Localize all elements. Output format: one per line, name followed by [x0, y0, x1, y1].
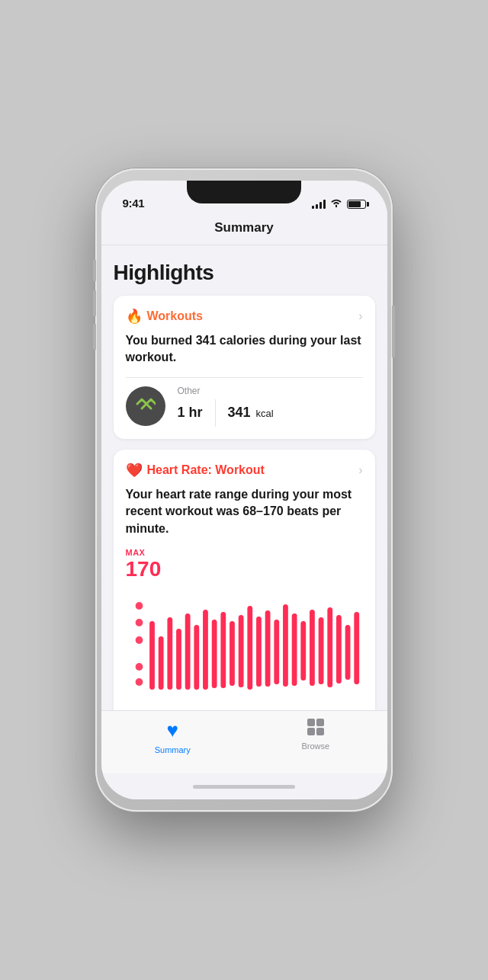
- svg-rect-22: [300, 621, 306, 681]
- phone-frame: 9:41 Summary: [95, 168, 393, 812]
- nav-title-text: Summary: [214, 220, 273, 235]
- svg-rect-28: [354, 612, 359, 684]
- svg-rect-13: [220, 612, 226, 688]
- svg-rect-25: [327, 607, 332, 687]
- heart-icon: ❤️: [126, 462, 143, 479]
- silent-button[interactable]: [93, 260, 96, 281]
- workout-stats-row: Other 1 hr 341 kcal: [126, 386, 363, 427]
- hr-min-label: MIN: [126, 709, 363, 710]
- heart-rate-card[interactable]: ❤️ Heart Rate: Workout › Your heart rate…: [114, 450, 375, 710]
- heart-rate-card-header: ❤️ Heart Rate: Workout ›: [126, 462, 363, 479]
- volume-up-button[interactable]: [93, 290, 96, 316]
- workouts-card-header: 🔥 Workouts ›: [126, 308, 363, 325]
- signal-icon: [312, 200, 326, 209]
- summary-tab-label: Summary: [155, 745, 191, 754]
- workouts-card-title: Workouts: [147, 309, 203, 323]
- workouts-header-left: 🔥 Workouts: [126, 308, 203, 325]
- svg-point-3: [135, 663, 143, 671]
- tab-summary[interactable]: ♥ Summary: [101, 719, 245, 754]
- svg-point-1: [135, 619, 143, 626]
- heart-rate-chart-container: MAX 170: [126, 548, 363, 710]
- svg-rect-16: [247, 606, 252, 690]
- svg-rect-6: [158, 636, 163, 690]
- svg-rect-15: [238, 615, 243, 687]
- heart-rate-header-left: ❤️ Heart Rate: Workout: [126, 462, 265, 479]
- svg-rect-5: [149, 621, 155, 690]
- svg-rect-24: [318, 617, 323, 684]
- workouts-divider: [126, 377, 363, 378]
- nav-title-bar: Summary: [101, 214, 387, 245]
- double-arrow-icon: [136, 396, 156, 417]
- svg-rect-21: [291, 613, 297, 686]
- workout-type-label: Other: [178, 386, 274, 396]
- hr-max-label: MAX: [126, 548, 363, 557]
- svg-rect-8: [176, 629, 181, 690]
- workouts-chevron-icon: ›: [358, 309, 362, 323]
- phone-screen: 9:41 Summary: [101, 181, 387, 799]
- hr-chart-area: [126, 583, 363, 705]
- svg-rect-10: [194, 625, 199, 690]
- duration-value: 1 hr: [178, 405, 203, 421]
- svg-rect-12: [211, 620, 217, 688]
- hr-max-value: 170: [126, 559, 363, 580]
- battery-icon: [347, 200, 366, 209]
- stats-divider: [215, 399, 216, 427]
- notch: [187, 181, 301, 203]
- svg-rect-14: [230, 621, 235, 686]
- browse-grid-icon: [307, 719, 324, 735]
- flame-icon: 🔥: [126, 308, 143, 325]
- workouts-card[interactable]: 🔥 Workouts › You burned 341 calories dur…: [114, 296, 375, 439]
- tab-bar: ♥ Summary Browse: [101, 710, 387, 773]
- home-indicator: [101, 773, 387, 799]
- svg-rect-27: [345, 625, 350, 680]
- duration-stat: 1 hr: [178, 405, 203, 421]
- svg-rect-7: [167, 617, 172, 690]
- summary-heart-icon: ♥: [167, 719, 178, 742]
- svg-rect-18: [265, 610, 270, 687]
- tab-browse[interactable]: Browse: [244, 719, 387, 751]
- svg-rect-26: [336, 615, 342, 684]
- svg-rect-17: [256, 617, 262, 687]
- home-bar: [193, 785, 295, 789]
- svg-rect-23: [310, 610, 315, 686]
- calories-value: 341 kcal: [228, 405, 274, 421]
- browse-tab-label: Browse: [301, 741, 329, 751]
- main-content: Highlights 🔥 Workouts › You burned 341 c…: [101, 245, 387, 710]
- workout-type-icon: [126, 386, 165, 426]
- heart-rate-card-title: Heart Rate: Workout: [147, 463, 265, 477]
- svg-point-4: [135, 678, 143, 686]
- svg-rect-20: [283, 604, 288, 687]
- workouts-description: You burned 341 calories during your last…: [126, 332, 363, 367]
- status-time: 9:41: [123, 197, 145, 210]
- heart-rate-chevron-icon: ›: [358, 463, 362, 477]
- svg-point-0: [135, 602, 143, 610]
- highlights-section-title: Highlights: [114, 261, 375, 285]
- svg-rect-9: [185, 613, 190, 690]
- heart-rate-description: Your heart rate range during your most r…: [126, 486, 363, 537]
- power-button[interactable]: [392, 306, 395, 357]
- hr-chart-svg: [126, 583, 363, 705]
- volume-down-button[interactable]: [93, 324, 96, 350]
- workout-stats-values: 1 hr 341 kcal: [178, 399, 274, 427]
- svg-rect-19: [274, 620, 279, 684]
- calories-stat: 341 kcal: [228, 405, 274, 421]
- status-icons: [312, 198, 366, 210]
- svg-rect-11: [203, 610, 208, 690]
- wifi-icon: [330, 198, 342, 210]
- svg-point-2: [135, 636, 143, 644]
